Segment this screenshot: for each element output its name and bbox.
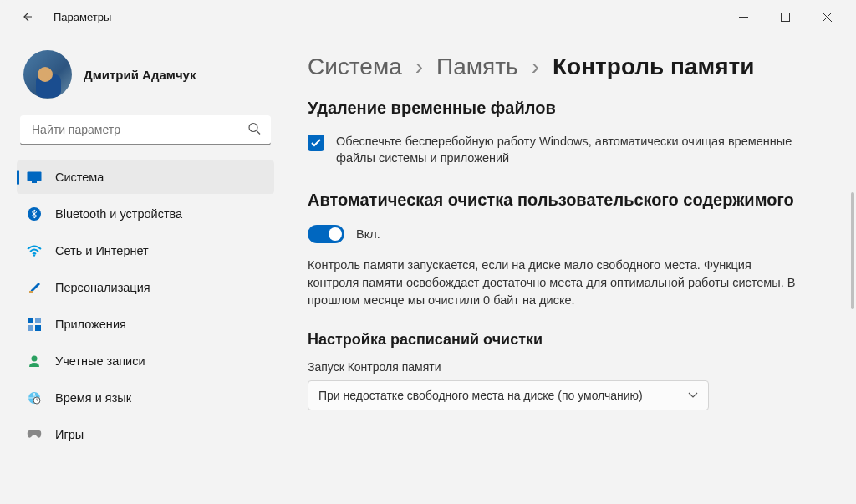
- profile-block[interactable]: Дмитрий Адамчук: [17, 47, 274, 115]
- svg-rect-11: [28, 318, 33, 323]
- close-icon: [823, 13, 832, 22]
- svg-rect-1: [781, 13, 789, 21]
- gamepad-icon: [27, 427, 42, 442]
- chevron-down-icon: [688, 392, 698, 399]
- breadcrumb-storage[interactable]: Память: [436, 53, 518, 80]
- breadcrumb-system[interactable]: Система: [308, 53, 402, 80]
- toggle-state-label: Вкл.: [356, 227, 380, 241]
- section-heading-temp-files: Удаление временные файлов: [308, 99, 833, 118]
- temp-files-label: Обеспечьте бесперебойную работу Windows,…: [336, 133, 833, 167]
- nav-personalization[interactable]: Персонализация: [17, 271, 274, 304]
- schedule-field-label: Запуск Контроля памяти: [308, 360, 833, 374]
- minimize-button[interactable]: [724, 3, 762, 30]
- maximize-icon: [781, 13, 790, 22]
- nav-system[interactable]: Система: [17, 160, 274, 194]
- chevron-right-icon: ›: [532, 53, 539, 80]
- chevron-right-icon: ›: [415, 53, 423, 80]
- maximize-button[interactable]: [766, 3, 804, 30]
- storage-sense-description: Контроль памяти запускается, если на дис…: [308, 257, 801, 309]
- svg-rect-14: [35, 325, 41, 331]
- profile-name: Дмитрий Адамчук: [84, 68, 196, 82]
- nav-label: Учетные записи: [55, 354, 145, 368]
- svg-rect-13: [28, 325, 33, 331]
- nav-label: Система: [55, 171, 104, 184]
- display-icon: [27, 170, 42, 185]
- section-heading-schedule: Настройка расписаний очистки: [308, 331, 833, 349]
- main-content: Система › Память › Контроль памяти Удале…: [284, 33, 856, 504]
- check-icon: [311, 139, 321, 147]
- clock-globe-icon: [27, 390, 42, 405]
- schedule-dropdown[interactable]: При недостатке свободного места на диске…: [308, 380, 709, 410]
- close-button[interactable]: [808, 3, 846, 30]
- titlebar: Параметры: [0, 0, 856, 33]
- nav-label: Сеть и Интернет: [55, 244, 149, 257]
- person-icon: [27, 354, 42, 369]
- window-title: Параметры: [54, 11, 111, 23]
- nav-time[interactable]: Время и язык: [17, 381, 274, 415]
- svg-rect-6: [28, 172, 42, 181]
- wifi-icon: [27, 243, 42, 258]
- nav-label: Персонализация: [55, 281, 150, 294]
- nav-label: Приложения: [55, 318, 126, 331]
- svg-line-5: [257, 131, 260, 135]
- arrow-left-icon: [20, 10, 33, 23]
- nav-network[interactable]: Сеть и Интернет: [17, 234, 274, 267]
- svg-point-9: [33, 254, 35, 256]
- apps-icon: [27, 317, 42, 332]
- breadcrumb-current: Контроль памяти: [553, 53, 755, 80]
- minimize-icon: [739, 13, 748, 22]
- sidebar: Дмитрий Адамчук Система Bluetooth и устр…: [0, 33, 284, 504]
- svg-rect-7: [32, 181, 37, 183]
- nav-accounts[interactable]: Учетные записи: [17, 344, 274, 378]
- search-icon: [248, 123, 261, 139]
- svg-point-15: [32, 356, 38, 362]
- nav-label: Игры: [55, 428, 84, 441]
- nav-bluetooth[interactable]: Bluetooth и устройства: [17, 197, 274, 231]
- storage-sense-toggle[interactable]: [308, 225, 344, 243]
- svg-point-4: [249, 124, 257, 132]
- nav-apps[interactable]: Приложения: [17, 308, 274, 341]
- nav-gaming[interactable]: Игры: [17, 418, 274, 451]
- search-input[interactable]: [20, 115, 271, 145]
- svg-rect-12: [35, 318, 41, 323]
- svg-rect-10: [29, 291, 33, 293]
- nav-label: Bluetooth и устройства: [55, 207, 182, 221]
- breadcrumb: Система › Память › Контроль памяти: [308, 53, 833, 80]
- brush-icon: [27, 280, 42, 295]
- avatar: [23, 50, 72, 99]
- nav-label: Время и язык: [55, 391, 131, 405]
- bluetooth-icon: [27, 206, 42, 221]
- dropdown-value: При недостатке свободного места на диске…: [318, 389, 643, 402]
- back-button[interactable]: [13, 3, 40, 30]
- section-heading-auto-clean: Автоматическая очистка пользовательского…: [308, 191, 833, 210]
- temp-files-checkbox[interactable]: [308, 135, 324, 151]
